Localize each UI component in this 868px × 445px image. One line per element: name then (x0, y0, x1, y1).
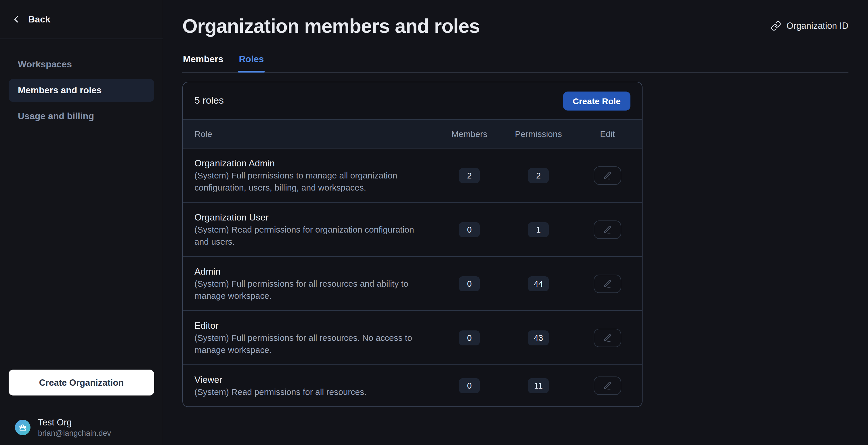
members-count-badge: 2 (459, 168, 480, 183)
table-header: Role Members Permissions Edit (183, 120, 642, 149)
roles-card-header: 5 roles Create Role (183, 82, 642, 120)
sidebar-footer: Create Organization Test Org brian@langc… (0, 369, 163, 445)
members-count-badge: 0 (459, 330, 480, 345)
org-name: Test Org (38, 417, 111, 428)
app-window: Back Workspaces Members and roles Usage … (0, 0, 868, 445)
roles-count: 5 roles (194, 95, 224, 107)
table-row: Viewer (System) Read permissions for all… (183, 365, 642, 407)
members-cell: 0 (435, 276, 504, 291)
role-name: Organization Admin (194, 157, 430, 169)
permissions-cell: 2 (504, 168, 573, 183)
link-icon (771, 21, 781, 31)
sidebar-item-members-and-roles[interactable]: Members and roles (9, 79, 154, 102)
people-group-icon (18, 422, 28, 432)
main-content: Organization members and roles Organizat… (164, 0, 868, 445)
org-identity: Test Org brian@langchain.dev (38, 417, 111, 438)
permissions-cell: 1 (504, 222, 573, 237)
column-header-edit: Edit (573, 129, 642, 139)
role-description: (System) Full permissions to manage all … (194, 169, 430, 194)
sidebar-item-label: Workspaces (18, 59, 72, 70)
edit-cell (573, 328, 642, 347)
organization-id-link[interactable]: Organization ID (771, 21, 848, 31)
edit-cell (573, 220, 642, 239)
table-row: Organization Admin (System) Full permiss… (183, 149, 642, 203)
members-cell: 0 (435, 222, 504, 237)
table-row: Organization User (System) Read permissi… (183, 203, 642, 257)
permissions-count-badge: 44 (528, 276, 549, 291)
role-description: (System) Read permissions for organizati… (194, 224, 430, 247)
organization-switcher[interactable]: Test Org brian@langchain.dev (15, 417, 154, 438)
back-label: Back (28, 14, 50, 25)
pencil-icon (603, 333, 612, 342)
org-email: brian@langchain.dev (38, 428, 111, 438)
permissions-count-badge: 2 (528, 168, 549, 183)
chevron-left-icon (12, 15, 21, 24)
sidebar-item-label: Members and roles (18, 85, 102, 95)
role-name: Admin (194, 265, 430, 277)
page-header: Organization members and roles Organizat… (182, 14, 848, 38)
tab-roles[interactable]: Roles (239, 54, 265, 72)
members-count-badge: 0 (459, 276, 480, 291)
permissions-cell: 43 (504, 330, 573, 345)
permissions-count-badge: 1 (528, 222, 549, 237)
edit-cell (573, 274, 642, 293)
role-cell: Organization Admin (System) Full permiss… (183, 157, 435, 194)
role-name: Editor (194, 320, 430, 332)
role-name: Organization User (194, 211, 430, 224)
role-cell: Viewer (System) Read permissions for all… (183, 374, 435, 398)
back-button[interactable]: Back (0, 0, 163, 39)
permissions-count-badge: 11 (528, 378, 549, 393)
pencil-icon (603, 381, 612, 390)
create-role-button[interactable]: Create Role (563, 91, 630, 110)
role-cell: Editor (System) Full permissions for all… (183, 320, 435, 356)
tab-members[interactable]: Members (182, 54, 224, 72)
edit-role-button[interactable] (594, 328, 621, 347)
members-count-badge: 0 (459, 378, 480, 393)
sidebar-item-workspaces[interactable]: Workspaces (9, 53, 154, 76)
role-cell: Organization User (System) Read permissi… (183, 211, 435, 247)
table-row: Editor (System) Full permissions for all… (183, 311, 642, 365)
roles-card: 5 roles Create Role Role Members Permiss… (182, 82, 643, 407)
role-description: (System) Full permissions for all resour… (194, 277, 430, 302)
permissions-cell: 11 (504, 378, 573, 393)
edit-role-button[interactable] (594, 220, 621, 239)
members-cell: 0 (435, 330, 504, 345)
edit-role-button[interactable] (594, 274, 621, 293)
sidebar: Back Workspaces Members and roles Usage … (0, 0, 163, 445)
edit-cell (573, 166, 642, 184)
tab-bar: Members Roles (182, 54, 848, 72)
table-row: Admin (System) Full permissions for all … (183, 257, 642, 311)
permissions-count-badge: 43 (528, 330, 549, 345)
role-cell: Admin (System) Full permissions for all … (183, 265, 435, 302)
pencil-icon (603, 171, 612, 180)
members-cell: 0 (435, 378, 504, 393)
create-organization-button[interactable]: Create Organization (9, 369, 154, 395)
pencil-icon (603, 279, 612, 288)
role-name: Viewer (194, 374, 430, 386)
sidebar-item-usage-and-billing[interactable]: Usage and billing (9, 105, 154, 128)
sidebar-item-label: Usage and billing (18, 111, 94, 121)
sidebar-nav: Workspaces Members and roles Usage and b… (0, 53, 163, 128)
role-description: (System) Full permissions for all resour… (194, 332, 430, 356)
column-header-permissions: Permissions (504, 129, 573, 139)
permissions-cell: 44 (504, 276, 573, 291)
members-cell: 2 (435, 168, 504, 183)
organization-id-label: Organization ID (786, 21, 848, 31)
edit-role-button[interactable] (594, 377, 621, 395)
org-avatar (15, 420, 30, 435)
edit-role-button[interactable] (594, 166, 621, 184)
edit-cell (573, 377, 642, 395)
members-count-badge: 0 (459, 222, 480, 237)
role-description: (System) Read permissions for all resour… (194, 386, 430, 398)
page-title: Organization members and roles (182, 14, 480, 38)
column-header-role: Role (183, 129, 435, 139)
column-header-members: Members (435, 129, 504, 139)
pencil-icon (603, 225, 612, 234)
